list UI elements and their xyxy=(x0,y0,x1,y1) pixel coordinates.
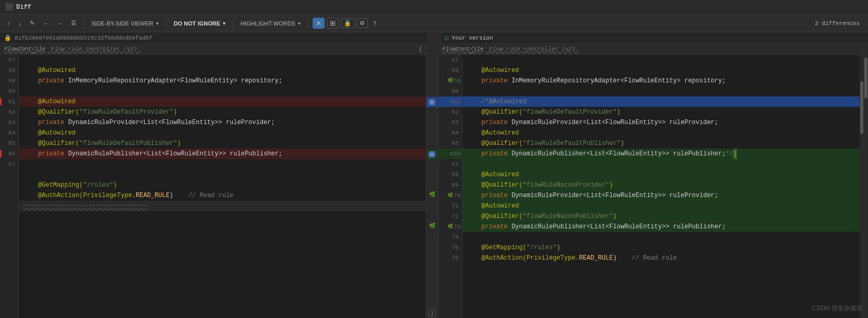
right-line-67 xyxy=(462,159,864,169)
rln-64: 64 xyxy=(438,128,462,138)
ln-62: 62 xyxy=(0,107,18,117)
ln-59: 59 xyxy=(0,76,18,86)
sep2 xyxy=(166,19,167,28)
left-line-64: @Autowired xyxy=(19,128,426,138)
ln-63: 63 xyxy=(0,117,18,128)
center-divider-pathbar xyxy=(428,32,441,43)
left-line-57 xyxy=(19,55,426,65)
main-scrollbar-right[interactable] xyxy=(864,44,868,318)
rln-75: 75 xyxy=(438,242,462,253)
accept-left-61-btn[interactable]: » xyxy=(429,99,435,105)
ln-getmapping xyxy=(0,180,18,190)
right-line-72: @Qualifier("flowRuleNacosPublisher") xyxy=(462,211,864,222)
right-breadcrumb: FlowCont/ile Flow rule controller (v2). xyxy=(443,46,579,52)
ln-66: 66 xyxy=(0,149,18,159)
accept-left-66-btn[interactable]: » xyxy=(429,151,435,157)
right-line-60 xyxy=(462,86,864,96)
div-73: 🌿 xyxy=(429,222,435,233)
left-line-65: @Qualifier("flowRuleDefaultPublisher") xyxy=(19,138,426,149)
rln-67: 67 xyxy=(438,159,462,169)
right-line-65: @Qualifier("flowRuleDefaultPublisher") xyxy=(462,138,864,149)
settings-button[interactable]: ⚙ xyxy=(356,18,368,28)
back-button[interactable]: ← xyxy=(40,19,52,28)
right-line-61: /*@Autowired xyxy=(462,96,864,107)
rln-74: 74 xyxy=(438,232,462,242)
diff-count: 2 differences xyxy=(815,20,860,27)
right-line-58: @Autowired xyxy=(462,65,864,76)
left-panel-collapse-btn[interactable]: ⟨ xyxy=(419,45,422,53)
rln-58: 58 xyxy=(438,65,462,76)
right-line-62: @Qualifier("flowRuleDefaultProvider") xyxy=(462,107,864,117)
sep3 xyxy=(233,19,233,28)
forward-button[interactable]: → xyxy=(54,19,66,28)
ln-authaction xyxy=(0,190,18,201)
rln-70: 🌿70 xyxy=(438,190,462,201)
commit-hash: 81fb20e07e61a0950d6b515c32fb0ddedb8fad8f xyxy=(15,35,152,41)
file-button[interactable]: ☰ xyxy=(68,18,79,28)
rln-69: 69 xyxy=(438,180,462,190)
rln-68: 68 xyxy=(438,169,462,180)
right-line-69: @Qualifier("flowRuleNacosProvider") xyxy=(462,180,864,190)
right-panel: FlowCont/ile Flow rule controller (v2). … xyxy=(438,44,864,318)
rln-65: 65 xyxy=(438,138,462,149)
right-line-76: @AuthAction(PrivilegeType.READ_RULE) // … xyxy=(462,253,864,263)
ln-65: 65 xyxy=(0,138,18,149)
diff-icon: ⬛ xyxy=(5,3,13,11)
title-text: Diff xyxy=(16,4,31,11)
next-diff-button[interactable]: ↓ xyxy=(16,19,25,28)
right-line-75: @GetMapping("/rules") xyxy=(462,242,864,253)
rln-62: 62 xyxy=(438,107,462,117)
left-panel: FlowCont/ile Flow rule controller (v2). … xyxy=(0,44,426,318)
version-checkbox-icon: ☑ xyxy=(445,34,449,42)
ln-67: 67 xyxy=(0,159,18,169)
ln-61: 61 xyxy=(0,96,18,107)
watermark: CSDN @皇族紫宸 xyxy=(812,304,863,313)
lock-button[interactable]: 🔒 xyxy=(341,18,354,28)
right-line-73: private DynamicRulePublisher<List<FlowRu… xyxy=(462,222,864,232)
right-line-71: @Autowired xyxy=(462,201,864,211)
left-line-59: private InMemoryRuleRepositoryAdapter<Fl… xyxy=(19,76,426,86)
title-bar: ⬛ Diff xyxy=(0,0,868,15)
right-scrollbar-thumb[interactable] xyxy=(860,81,863,134)
bottom-divider-btn[interactable]: ⟩ xyxy=(429,309,436,317)
rln-59: 🌿59 xyxy=(438,76,462,86)
edit-button[interactable]: ✎ xyxy=(27,18,38,28)
ln-60: 60 xyxy=(0,86,18,96)
lock-icon-left: 🔒 xyxy=(4,34,11,41)
do-not-ignore-button[interactable]: DO NOT IGNORE xyxy=(171,19,229,28)
viewer-mode-button[interactable]: SIDE-BY-SIDE VIEWER xyxy=(88,19,162,28)
right-scrollbar[interactable] xyxy=(860,55,864,318)
path-bar-right: ☑ Your version xyxy=(441,32,869,44)
path-bar-left: 🔒 81fb20e07e61a0950d6b515c32fb0ddedb8fad… xyxy=(0,32,428,44)
right-line-63: private DynamicRuleProvider<List<FlowRul… xyxy=(462,117,864,128)
div-61: » xyxy=(426,97,438,107)
center-divider: » » 🌿 🌿 ⟩ xyxy=(426,44,438,318)
diff-container: FlowCont/ile Flow rule controller (v2). … xyxy=(0,44,868,318)
ln-empty1 xyxy=(0,169,18,180)
left-line-61: @Autowired xyxy=(19,96,426,107)
toolbar: ↑ ↓ ✎ ← → ☰ SIDE-BY-SIDE VIEWER DO NOT I… xyxy=(0,15,868,32)
right-line-64: @Autowired xyxy=(462,128,864,138)
left-line-62: @Qualifier("flowRuleDefaultProvider") xyxy=(19,107,426,117)
main-scrollbar-thumb[interactable] xyxy=(864,57,867,99)
left-line-numbers: 57 58 59 60 61 62 63 64 65 66 67 xyxy=(0,55,19,318)
left-line-spacer xyxy=(19,169,426,180)
right-line-70: private DynamicRuleProvider<List<FlowRul… xyxy=(462,190,864,201)
left-code-lines: @Autowired private InMemoryRuleRepositor… xyxy=(19,55,426,318)
rln-71: 71 xyxy=(438,201,462,211)
help-button[interactable]: ? xyxy=(370,19,379,28)
toggle-x-button[interactable]: ✕ xyxy=(313,18,325,29)
highlight-words-button[interactable]: HIGHLIGHT WORDS xyxy=(237,19,304,28)
prev-diff-button[interactable]: ↑ xyxy=(4,19,14,28)
left-line-60 xyxy=(19,86,426,96)
right-line-numbers: 57 58 🌿59 60 ☑61 62 63 64 xyxy=(438,55,462,318)
toggle-columns-button[interactable]: ⊞ xyxy=(327,18,339,29)
right-code-area: 57 58 🌿59 60 ☑61 62 63 64 xyxy=(438,55,864,318)
left-code-area: 57 58 59 60 61 62 63 64 65 66 67 xyxy=(0,55,426,318)
rln-63: 63 xyxy=(438,117,462,128)
ln-57: 57 xyxy=(0,55,18,65)
rln-72: 72 xyxy=(438,211,462,222)
left-line-getmapping: @GetMapping("/rules") xyxy=(19,180,426,190)
left-line-66: private DynamicRulePublisher<List<FlowRu… xyxy=(19,149,426,159)
sep1 xyxy=(84,19,84,28)
